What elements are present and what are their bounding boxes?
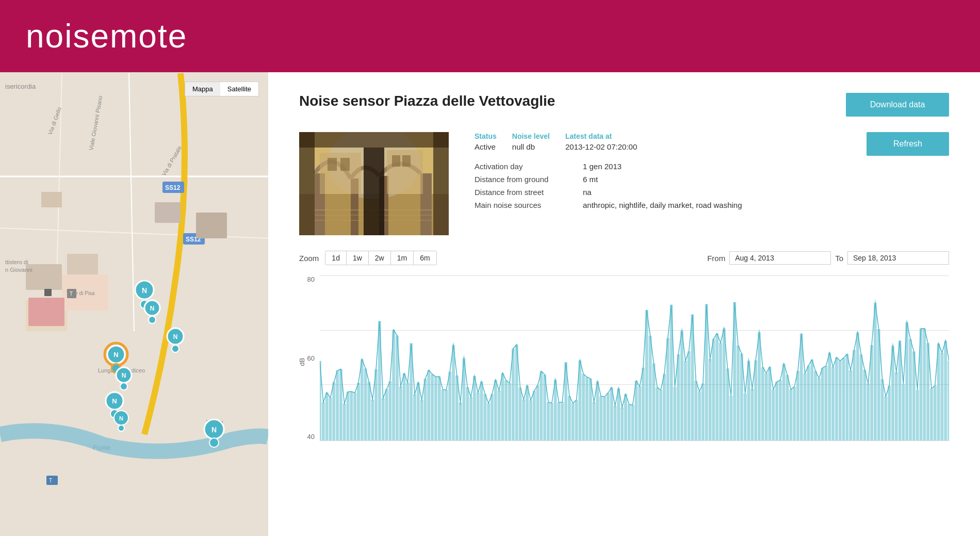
- svg-rect-18: [155, 202, 181, 223]
- svg-text:n Giovanni: n Giovanni: [5, 267, 32, 273]
- refresh-button-container: Refresh: [867, 132, 949, 156]
- detail-table: Activation day 1 gen 2013 Distance from …: [475, 162, 742, 209]
- refresh-button[interactable]: Refresh: [867, 132, 949, 156]
- status-col: Status Active: [475, 132, 497, 152]
- noise-sources-value: anthropic, nightlife, daily market, road…: [583, 201, 742, 209]
- activation-row: Activation day 1 gen 2013: [475, 162, 742, 171]
- svg-rect-72: [364, 148, 384, 235]
- svg-point-32: [149, 316, 156, 323]
- svg-point-43: [172, 345, 179, 352]
- svg-rect-19: [196, 213, 227, 238]
- app-title: noisemote: [26, 17, 187, 55]
- svg-rect-76: [340, 158, 350, 171]
- svg-point-52: [209, 438, 219, 447]
- activation-value: 1 gen 2013: [583, 162, 622, 171]
- map-type-toggle: Mappa Satellite: [185, 82, 259, 96]
- distance-street-value: na: [583, 188, 592, 197]
- zoom-row: Zoom 1d 1w 2w 1m 6m From To: [299, 251, 949, 265]
- map-toggle-mappa[interactable]: Mappa: [185, 82, 220, 96]
- svg-text:N: N: [113, 351, 118, 359]
- noise-col: Noise level null db: [512, 132, 550, 152]
- activation-label: Activation day: [475, 162, 583, 171]
- main-content: Mappa Satellite Via di Gello Viale Gi: [0, 72, 980, 536]
- svg-rect-75: [328, 158, 337, 171]
- status-label: Status: [475, 132, 497, 140]
- noise-label: Noise level: [512, 132, 550, 140]
- svg-text:N: N: [119, 415, 123, 421]
- latest-label: Latest data at: [565, 132, 637, 140]
- sensor-header: Noise sensor Piazza delle Vettovaglie Do…: [299, 93, 949, 117]
- svg-text:N: N: [122, 372, 126, 379]
- zoom-2w-button[interactable]: 2w: [369, 251, 391, 265]
- svg-rect-78: [402, 155, 411, 167]
- svg-text:N: N: [173, 333, 178, 340]
- distance-street-row: Distance from street na: [475, 188, 742, 197]
- svg-rect-20: [41, 192, 62, 207]
- sensor-image-svg: [299, 132, 449, 235]
- sensor-title: Noise sensor Piazza delle Vettovaglie: [299, 93, 555, 109]
- zoom-6m-button[interactable]: 6m: [414, 251, 436, 265]
- right-panel: Noise sensor Piazza delle Vettovaglie Do…: [268, 72, 980, 536]
- noise-value: null db: [512, 142, 535, 151]
- download-data-button[interactable]: Download data: [846, 93, 949, 117]
- header: noisemote: [0, 0, 980, 72]
- chart-container: 80 60 40 dB: [299, 275, 949, 441]
- distance-street-label: Distance from street: [475, 188, 583, 197]
- y-tick-40: 40: [299, 433, 315, 441]
- status-value: Active: [475, 142, 496, 151]
- latest-value: 2013-12-02 07:20:00: [565, 142, 637, 151]
- svg-rect-77: [392, 155, 400, 167]
- svg-point-40: [120, 383, 127, 390]
- map-container[interactable]: Mappa Satellite Via di Gello Viale Gi: [0, 72, 268, 536]
- sensor-image: [299, 132, 449, 235]
- noise-sources-row: Main noise sources anthropic, nightlife,…: [475, 201, 742, 209]
- sensor-info-row: Status Active Noise level null db Latest…: [299, 132, 949, 235]
- map-toggle-satellite[interactable]: Satellite: [220, 82, 258, 96]
- svg-text:T: T: [70, 291, 73, 297]
- map-panel: Mappa Satellite Via di Gello Viale Gi: [0, 72, 268, 536]
- zoom-1m-button[interactable]: 1m: [391, 251, 414, 265]
- svg-text:T: T: [49, 478, 52, 483]
- distance-ground-label: Distance from ground: [475, 175, 583, 184]
- svg-text:N: N: [211, 426, 217, 434]
- status-row: Status Active Noise level null db Latest…: [475, 132, 742, 152]
- svg-point-49: [118, 425, 124, 431]
- from-date-input[interactable]: [729, 251, 831, 265]
- sensor-details: Status Active Noise level null db Latest…: [475, 132, 949, 235]
- from-label: From: [707, 254, 725, 263]
- grid-line-bottom: [320, 441, 949, 441]
- svg-text:ttistero di: ttistero di: [5, 259, 28, 265]
- to-date-input[interactable]: [847, 251, 949, 265]
- zoom-buttons: 1d 1w 2w 1m 6m: [325, 251, 436, 265]
- zoom-1w-button[interactable]: 1w: [347, 251, 369, 265]
- distance-ground-value: 6 mt: [583, 175, 598, 184]
- zoom-label: Zoom: [299, 254, 319, 263]
- svg-rect-16: [67, 254, 98, 277]
- svg-text:isericordia: isericordia: [5, 83, 36, 90]
- svg-rect-68: [299, 132, 449, 148]
- latest-col: Latest data at 2013-12-02 07:20:00: [565, 132, 637, 152]
- svg-rect-23: [28, 298, 64, 326]
- svg-rect-55: [44, 289, 52, 296]
- svg-text:SS12: SS12: [165, 184, 181, 191]
- y-tick-80: 80: [299, 275, 315, 283]
- svg-text:N: N: [150, 305, 155, 312]
- noise-chart: [320, 275, 949, 441]
- map-svg: Via di Gello Viale Giovanni Pisano Via d…: [0, 72, 268, 536]
- noise-sources-label: Main noise sources: [475, 201, 583, 209]
- date-range: From To: [707, 251, 949, 265]
- db-axis-label: dB: [298, 358, 306, 366]
- svg-text:N: N: [112, 397, 117, 405]
- distance-ground-row: Distance from ground 6 mt: [475, 175, 742, 184]
- zoom-1d-button[interactable]: 1d: [325, 251, 347, 265]
- to-label: To: [835, 254, 843, 263]
- chart-area: dB: [320, 275, 949, 441]
- svg-text:N: N: [142, 286, 147, 295]
